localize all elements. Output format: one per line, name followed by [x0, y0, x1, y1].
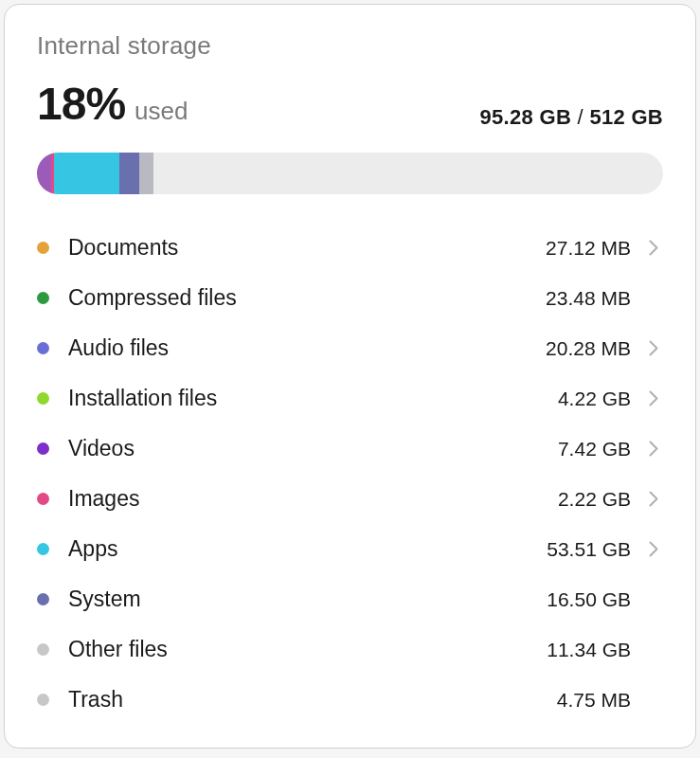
- category-row[interactable]: Apps53.51 GB: [37, 524, 663, 574]
- category-row[interactable]: Videos7.42 GB: [37, 424, 663, 474]
- used-amount: 95.28 GB: [480, 105, 572, 129]
- category-name: Videos: [68, 436, 527, 461]
- category-size: 53.51 GB: [527, 538, 631, 561]
- category-color-dot: [37, 342, 49, 354]
- capacity-separator: /: [571, 105, 589, 129]
- used-label: used: [135, 97, 188, 126]
- category-name: Other files: [68, 637, 527, 662]
- category-size: 23.48 MB: [527, 287, 631, 310]
- chevron-right-icon: [644, 240, 663, 256]
- category-color-dot: [37, 392, 49, 405]
- total-amount: 512 GB: [589, 105, 663, 129]
- category-size: 7.42 GB: [527, 438, 631, 460]
- category-row: Compressed files23.48 MB: [37, 273, 663, 323]
- category-size: 16.50 GB: [527, 588, 631, 611]
- category-color-dot: [37, 694, 49, 706]
- storage-bar-segment: [119, 153, 139, 194]
- category-name: System: [68, 587, 527, 612]
- chevron-right-icon: [644, 390, 663, 406]
- category-size: 11.34 GB: [527, 639, 631, 661]
- category-color-dot: [37, 292, 49, 304]
- category-color-dot: [37, 242, 49, 254]
- chevron-right-icon: [644, 340, 663, 356]
- category-size: 20.28 MB: [527, 337, 631, 360]
- category-name: Audio files: [68, 335, 527, 361]
- storage-bar: [37, 153, 663, 194]
- category-row[interactable]: Images2.22 GB: [37, 474, 663, 524]
- capacity-text: 95.28 GB / 512 GB: [480, 105, 663, 130]
- category-color-dot: [37, 442, 49, 455]
- summary-row: 18% used 95.28 GB / 512 GB: [37, 78, 663, 130]
- category-name: Apps: [68, 536, 527, 562]
- category-color-dot: [37, 593, 49, 605]
- category-size: 4.22 GB: [527, 388, 631, 410]
- category-row: System16.50 GB: [37, 574, 663, 624]
- percent-used: 18%: [37, 78, 125, 130]
- storage-bar-segment: [54, 153, 119, 194]
- storage-card: Internal storage 18% used 95.28 GB / 512…: [4, 4, 696, 749]
- category-color-dot: [37, 493, 49, 505]
- category-row: Other files11.34 GB: [37, 624, 663, 675]
- percent-block: 18% used: [37, 78, 188, 130]
- category-name: Images: [68, 486, 527, 512]
- chevron-right-icon: [644, 541, 663, 557]
- category-name: Installation files: [68, 386, 527, 411]
- category-size: 4.75 MB: [527, 689, 631, 712]
- category-name: Trash: [68, 687, 527, 713]
- category-name: Compressed files: [68, 285, 527, 311]
- storage-bar-segment: [37, 153, 51, 194]
- category-color-dot: [37, 643, 49, 656]
- category-row[interactable]: Installation files4.22 GB: [37, 373, 663, 424]
- chevron-right-icon: [644, 491, 663, 507]
- category-color-dot: [37, 543, 49, 555]
- category-size: 27.12 MB: [527, 237, 631, 260]
- category-list: Documents27.12 MBCompressed files23.48 M…: [37, 223, 663, 725]
- category-row[interactable]: Audio files20.28 MB: [37, 323, 663, 373]
- chevron-right-icon: [644, 441, 663, 457]
- category-size: 2.22 GB: [527, 488, 631, 511]
- category-row[interactable]: Documents27.12 MB: [37, 223, 663, 273]
- category-name: Documents: [68, 235, 527, 261]
- page-title: Internal storage: [37, 31, 663, 61]
- storage-bar-segment: [139, 153, 153, 194]
- category-row: Trash4.75 MB: [37, 675, 663, 725]
